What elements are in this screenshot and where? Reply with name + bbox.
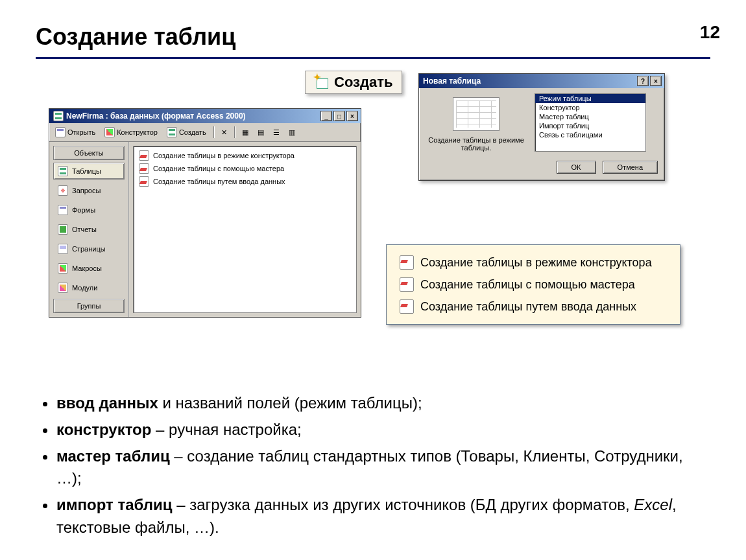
- creation-options-callout: Создание таблицы в режиме конструктора С…: [386, 244, 680, 325]
- report-icon: [58, 224, 68, 235]
- callout-item: Создание таблицы с помощью мастера: [397, 274, 669, 296]
- dialog-option[interactable]: Конструктор: [535, 103, 645, 112]
- page-icon: [58, 244, 68, 254]
- wizard-icon: [139, 163, 149, 174]
- list-item[interactable]: Создание таблицы с помощью мастера: [136, 162, 354, 175]
- wizard-icon: [400, 255, 414, 270]
- dialog-description: Создание таблицы в режиме таблицы.: [424, 136, 528, 152]
- list-item[interactable]: Создание таблицы путем ввода данных: [136, 175, 354, 188]
- dialog-title: Новая таблица: [423, 76, 481, 86]
- groups-header[interactable]: Группы: [53, 299, 125, 313]
- sidebar-item-queries[interactable]: Запросы: [53, 182, 125, 199]
- bullet-item: ввод данных и названий полей (режим табл…: [56, 392, 710, 415]
- title-underline: [36, 57, 710, 59]
- page-number: 12: [700, 22, 720, 43]
- toolbar-view-list[interactable]: ☰: [270, 126, 283, 139]
- design-icon: [104, 127, 115, 137]
- sidebar-item-pages[interactable]: Страницы: [53, 240, 125, 257]
- callout-item: Создание таблицы в режиме конструктора: [397, 251, 669, 274]
- table-preview-icon: [453, 97, 499, 131]
- dialog-option[interactable]: Режим таблицы: [535, 94, 645, 103]
- toolbar-delete[interactable]: ✕: [218, 126, 230, 139]
- objects-header[interactable]: Объекты: [53, 146, 125, 160]
- dialog-close-button[interactable]: ×: [650, 76, 662, 86]
- dialog-help-button[interactable]: ?: [637, 76, 649, 86]
- dialog-option[interactable]: Связь с таблицами: [535, 130, 645, 139]
- sidebar-item-tables[interactable]: Таблицы: [53, 163, 125, 180]
- toolbar-view-details[interactable]: ▥: [285, 126, 298, 139]
- toolbar-view-large[interactable]: ▦: [239, 126, 252, 139]
- form-icon: [58, 205, 68, 215]
- dialog-option-list[interactable]: Режим таблицы Конструктор Мастер таблиц …: [535, 93, 646, 152]
- wizard-icon: [400, 277, 414, 292]
- close-button[interactable]: ×: [346, 111, 358, 121]
- module-icon: [58, 283, 68, 293]
- bullet-item: конструктор – ручная настройка;: [56, 419, 710, 441]
- toolbar-open[interactable]: Открыть: [52, 125, 99, 139]
- create-button-callout: Создать: [305, 71, 402, 94]
- objects-sidebar: Объекты Таблицы Запросы Формы Отчеты Стр…: [49, 142, 129, 317]
- table-icon: [58, 166, 68, 176]
- slide-title: Создание таблиц: [36, 23, 710, 51]
- database-window: NewFirma : база данных (формат Access 20…: [49, 108, 361, 318]
- db-window-title: NewFirma : база данных (формат Access 20…: [66, 111, 246, 121]
- macro-icon: [58, 263, 68, 274]
- create-button-icon: [315, 76, 329, 89]
- maximize-button[interactable]: □: [333, 111, 345, 121]
- bullet-item: мастер таблиц – создание таблиц стандарт…: [56, 445, 710, 491]
- ok-button[interactable]: ОК: [557, 161, 596, 174]
- db-icon: [53, 111, 64, 121]
- new-table-dialog: Новая таблица ? × Создание таблицы в реж…: [418, 73, 665, 181]
- list-item[interactable]: Создание таблицы в режиме конструктора: [136, 149, 354, 162]
- query-icon: [58, 185, 68, 196]
- illustration-area: NewFirma : база данных (формат Access 20…: [36, 75, 710, 386]
- db-toolbar: Открыть Конструктор Создать ✕ ▦ ▤ ☰ ▥: [49, 123, 361, 142]
- sidebar-item-macros[interactable]: Макросы: [53, 260, 125, 277]
- dialog-option[interactable]: Мастер таблиц: [535, 112, 645, 121]
- bullet-list: ввод данных и названий полей (режим табл…: [36, 392, 710, 539]
- table-create-list: Создание таблицы в режиме конструктора С…: [133, 146, 357, 313]
- cancel-button[interactable]: Отмена: [603, 161, 658, 174]
- dialog-option[interactable]: Импорт таблиц: [535, 121, 645, 130]
- create-button[interactable]: Создать: [305, 71, 402, 94]
- wizard-icon: [139, 176, 149, 187]
- minimize-button[interactable]: _: [320, 111, 332, 121]
- toolbar-design[interactable]: Конструктор: [101, 125, 161, 139]
- sidebar-item-modules[interactable]: Модули: [53, 279, 125, 296]
- bullet-item: импорт таблиц – загрузка данных из други…: [56, 494, 710, 539]
- callout-item: Создание таблицы путем ввода данных: [397, 296, 669, 318]
- toolbar-view-small[interactable]: ▤: [254, 126, 267, 139]
- open-icon: [55, 127, 66, 137]
- create-icon: [167, 127, 177, 137]
- sidebar-item-forms[interactable]: Формы: [53, 202, 125, 218]
- sidebar-item-reports[interactable]: Отчеты: [53, 221, 125, 238]
- wizard-icon: [400, 299, 414, 314]
- toolbar-create[interactable]: Создать: [163, 125, 210, 139]
- wizard-icon: [139, 150, 149, 161]
